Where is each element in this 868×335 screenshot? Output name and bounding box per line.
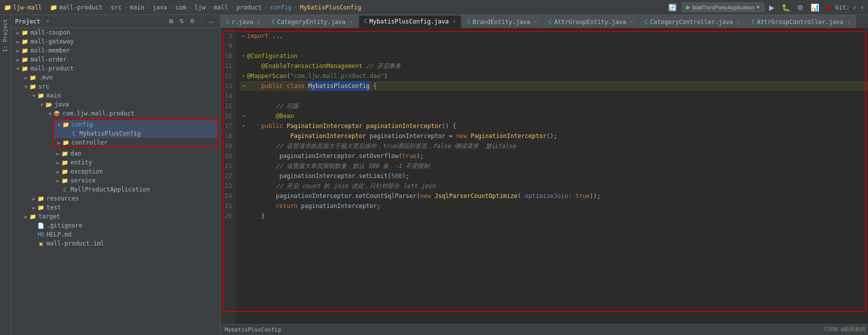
tree-item-src[interactable]: ▼ 📁 src	[11, 82, 220, 91]
folder-icon: 📁	[21, 38, 29, 46]
run-btn[interactable]: ▶	[767, 2, 777, 12]
code-line-12: ▾ @MapperScan ( "com.ljw.mall.product.da…	[240, 71, 868, 81]
tree-label: src	[38, 83, 49, 90]
red-highlight-box: ▼ 📁 config ▶ C MybatisPlusConfig ▶ 📁 con…	[53, 119, 218, 148]
refresh-btn[interactable]: 🔄	[666, 2, 679, 12]
expand-arrow: ▶	[15, 39, 21, 44]
md-icon: MD	[37, 230, 45, 238]
minimize-btn[interactable]: —	[207, 17, 216, 26]
status-filename: MybatisPlusConfig	[225, 326, 281, 333]
tree-item-dao[interactable]: ▶ 📁 dao	[11, 149, 220, 158]
folder-icon: 📁	[50, 4, 57, 11]
close-tab-btn[interactable]: ✕	[848, 19, 851, 24]
run-config-selector[interactable]: ▶ MallThirdPartyApplication ▾	[682, 2, 764, 12]
code-line-19: // 设置请求的页面大于最大页后操作，true调回到首页，false 继续请求 …	[240, 141, 868, 151]
folder-icon: 📁	[29, 212, 37, 220]
folder-icon: 📁	[21, 56, 29, 64]
tree-label: mall-order	[30, 56, 66, 63]
fold-icon[interactable]: ▾	[240, 121, 247, 131]
tree-item-main[interactable]: ▼ 📁 main	[11, 91, 220, 100]
expand-arrow: ▼	[56, 122, 62, 128]
expand-arrow: ▶	[55, 169, 61, 174]
dropdown-icon: ▾	[757, 4, 760, 10]
tree-item-mall-product[interactable]: ▼ 📁 mall-product	[11, 64, 220, 73]
tree-item-package[interactable]: ▼ 📦 com.ljw.mall.product	[11, 109, 220, 118]
tab-r-java[interactable]: C r.java ✕	[221, 15, 266, 28]
folder-icon: 📁	[61, 158, 69, 166]
code-line-15: // 旧版	[240, 101, 868, 111]
tree-item-java[interactable]: ▼ 📂 java	[11, 100, 220, 109]
close-tab-btn[interactable]: ✕	[630, 19, 633, 24]
tree-item-mall-member[interactable]: ▶ 📁 mall-member	[11, 46, 220, 55]
code-line-11: @EnableTransactionManagement // 开启事务	[240, 61, 868, 71]
scroll-to-center-btn[interactable]: ⇅	[177, 17, 186, 26]
tree-label: mall-product.iml	[46, 240, 104, 247]
debug-btn[interactable]: 🐛	[780, 2, 792, 12]
fold-icon[interactable]: ▸	[240, 31, 247, 41]
tree-item-mall-gateway[interactable]: ▶ 📁 mall-gateway	[11, 37, 220, 46]
expand-arrow: ▼	[23, 84, 29, 90]
tab-category-entity[interactable]: C CategoryEntity.java ✕	[266, 15, 358, 28]
expand-arrow: ▶	[64, 131, 70, 136]
status-bar: MybatisPlusConfig	[221, 324, 868, 335]
folder-icon: 📁	[37, 194, 45, 202]
tab-attr-group-controller[interactable]: C AttrGroupController.java ✕	[746, 15, 856, 28]
stop-btn[interactable]: ■	[824, 2, 832, 12]
close-tab-btn[interactable]: ✕	[350, 19, 353, 24]
tree-item-controller[interactable]: ▶ 📁 controller	[54, 138, 217, 147]
tree-item-iml[interactable]: ▶ ▣ mall-product.iml	[11, 239, 220, 248]
tree-item-target[interactable]: ▶ 📁 target	[11, 212, 220, 221]
tree-item-mall-order[interactable]: ▶ 📁 mall-order	[11, 55, 220, 64]
tree-item-MallProductApplication[interactable]: ▶ C MallProductApplication	[11, 185, 220, 194]
code-line-9	[240, 41, 868, 51]
file-icon: 📄	[37, 222, 45, 230]
tree-item-MybatisPlusConfig[interactable]: ▶ C MybatisPlusConfig	[54, 129, 217, 138]
folder-icon: 📁	[21, 46, 29, 54]
code-line-3: ▸ import ...	[240, 31, 868, 41]
tree-label: target	[38, 213, 60, 220]
selected-class-name: MybatisPlusConfig	[308, 81, 370, 91]
fold-icon[interactable]: ▾	[240, 51, 247, 61]
tree-item-service[interactable]: ▶ 📁 service	[11, 176, 220, 185]
watermark: CSDN @硕风和炜	[824, 326, 866, 333]
close-tab-btn[interactable]: ✕	[737, 19, 740, 24]
tree-label: mall-product	[30, 65, 74, 72]
editor-area: C r.java ✕ C CategoryEntity.java ✕ C Myb…	[221, 15, 868, 335]
coverage-btn[interactable]: ⚙	[795, 2, 806, 12]
folder-icon: 📁	[29, 82, 37, 90]
tab-category-controller[interactable]: C CategoryController.java ✕	[639, 15, 746, 28]
tree-item-gitignore[interactable]: ▶ 📄 .gitignore	[11, 221, 220, 230]
tree-item-entity[interactable]: ▶ 📁 entity	[11, 158, 220, 167]
collapse-all-btn[interactable]: ⊞	[167, 17, 175, 26]
fold-icon[interactable]: ▾	[240, 71, 247, 81]
settings-btn[interactable]: ⚙	[188, 17, 197, 26]
close-tab-btn[interactable]: ✕	[257, 19, 260, 24]
close-tab-btn[interactable]: ✕	[453, 18, 456, 24]
project-panel-tab[interactable]: 1: Project	[0, 15, 10, 56]
tree-item-mvn[interactable]: ▶ 📁 .mvn	[11, 73, 220, 82]
code-editor[interactable]: 3 9 10 11 12 13 14 15 16 17 18 19 20 21 …	[221, 29, 868, 324]
tab-mybatis-config[interactable]: C MybatisPlusConfig.java ✕	[359, 15, 461, 28]
tree-item-mall-coupon[interactable]: ▶ 📁 mall-coupon	[11, 28, 220, 37]
placeholder: ▶	[31, 223, 37, 228]
code-line-14	[240, 91, 868, 101]
tree-item-help-md[interactable]: ▶ MD HELP.md	[11, 230, 220, 239]
tree-item-config[interactable]: ▼ 📁 config	[54, 120, 217, 129]
folder-icon: 📁	[61, 150, 69, 158]
toolbar-right: 🔄 ▶ MallThirdPartyApplication ▾ ▶ 🐛 ⚙ 📊 …	[666, 2, 864, 12]
tree-item-test[interactable]: ▶ 📁 test	[11, 203, 220, 212]
tree-item-resources[interactable]: ▶ 📁 resources	[11, 194, 220, 203]
tab-brand-entity[interactable]: C BrandEntity.java ✕	[462, 15, 543, 28]
tab-attr-group-entity[interactable]: C AttrGroupEntity.java ✕	[543, 15, 639, 28]
folder-icon: 📁	[62, 138, 70, 146]
expand-arrow: ▶	[15, 30, 21, 36]
code-line-24: paginationInterceptor.setCountSqlParser(…	[240, 191, 868, 201]
tree-label: exception	[70, 168, 103, 175]
tree-item-exception[interactable]: ▶ 📁 exception	[11, 167, 220, 176]
folder-icon: 📁	[37, 92, 45, 100]
folder-icon: 📁	[29, 74, 37, 82]
close-tab-btn[interactable]: ✕	[534, 19, 537, 24]
folder-icon: 📁	[21, 64, 29, 72]
profile-btn[interactable]: 📊	[809, 2, 821, 12]
tree-label: java	[54, 101, 69, 108]
